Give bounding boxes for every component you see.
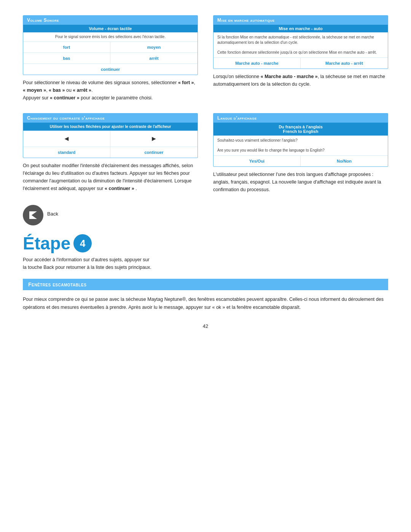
contraste-continuer[interactable]: continuer [110, 147, 198, 158]
fenetre-title: Fenêtres escamotables [23, 279, 388, 290]
contraste-btns: standard continuer [23, 147, 198, 158]
mise-panel: Mise en marche automatique Mise en march… [213, 15, 388, 69]
langue-desc1: Souhaitez-vous vraiment sélectionner l'a… [213, 136, 388, 145]
volume-continuer[interactable]: continuer [23, 64, 198, 75]
mise-arret[interactable]: Marche auto - arrêt [301, 58, 388, 69]
langue-col: Langue d'affichage Du français à l'angla… [213, 113, 388, 193]
contraste-title: Changement du contraste d'affichage [23, 113, 198, 123]
langue-desc2: Are you sure you would like to change th… [213, 145, 388, 155]
langue-panel: Langue d'affichage Du français à l'angla… [213, 113, 388, 167]
volume-fort[interactable]: fort [23, 42, 110, 53]
contraste-standard[interactable]: standard [23, 147, 110, 158]
back-section: Back [23, 205, 388, 225]
contraste-panel: Changement du contraste d'affichage Util… [23, 113, 198, 158]
volume-bas[interactable]: bas [23, 53, 110, 64]
mid-section: Changement du contraste d'affichage Util… [23, 113, 388, 193]
page-number: 42 [23, 323, 388, 329]
svg-marker-0 [29, 211, 37, 219]
langue-subtitle-en: French to English [283, 129, 319, 134]
fenetre-body: Pour mieux comprendre ce qui se passe av… [23, 296, 388, 312]
mise-subtitle: Mise en marche - auto [213, 25, 388, 32]
contraste-subtitle: Utiliser les touches fléchées pour ajust… [23, 123, 198, 131]
volume-col: Volume Sonore Volume - écran tactile Pou… [23, 15, 198, 102]
back-button[interactable] [23, 205, 43, 225]
arrow-left-icon[interactable]: ◄ [23, 131, 110, 147]
volume-subtitle: Volume - écran tactile [23, 25, 198, 32]
etape-section: Étape 4 Pour accéder à l'information sur… [23, 233, 388, 271]
volume-title: Volume Sonore [23, 16, 198, 25]
contraste-body: On peut souhaiter modifier l'intensité d… [23, 162, 198, 192]
volume-moyen[interactable]: moyen [110, 42, 198, 53]
etape-word: Étape [23, 233, 70, 254]
etape-title: Étape 4 [23, 233, 388, 254]
etape-number: 4 [73, 234, 92, 252]
back-arrow-icon [28, 210, 38, 220]
top-section: Volume Sonore Volume - écran tactile Pou… [23, 15, 388, 102]
mise-marche[interactable]: Marche auto - marche [213, 58, 301, 69]
volume-arret[interactable]: arrêt [110, 53, 198, 64]
langue-subtitle: Du français à l'anglais French to Englis… [213, 123, 388, 136]
langue-title: Langue d'affichage [213, 113, 388, 123]
contraste-body-text: On peut souhaiter modifier l'intensité d… [23, 163, 193, 191]
mise-title: Mise en marche automatique [213, 16, 388, 25]
mise-body-text: Lorsqu'on sélectionne « Marche auto - ma… [213, 74, 385, 87]
volume-body-text: Pour sélectionner le niveau de volume de… [23, 80, 195, 101]
contraste-col: Changement du contraste d'affichage Util… [23, 113, 198, 193]
mise-grid: Marche auto - marche Marche auto - arrêt [213, 58, 388, 69]
etape-desc: Pour accéder à l'information sur d'autre… [23, 256, 152, 271]
volume-grid: fort moyen bas arrêt continuer [23, 42, 198, 75]
back-label: Back [47, 211, 58, 217]
volume-panel: Volume Sonore Volume - écran tactile Pou… [23, 15, 198, 75]
volume-body: Pour sélectionner le niveau de volume de… [23, 79, 198, 102]
arrow-right-icon[interactable]: ► [110, 131, 198, 147]
langue-body: L'utilisateur peut sélectionner l'une de… [213, 171, 388, 193]
langue-subtitle-fr: Du français à l'anglais [279, 125, 323, 129]
langue-no[interactable]: No/Non [301, 156, 388, 166]
mise-desc2: Cette fonction demeure sélectionnée jusq… [213, 48, 388, 58]
langue-yes[interactable]: Yes/Oui [213, 156, 301, 166]
volume-desc: Pour le signal sonore émis lors des séle… [23, 32, 198, 42]
mise-body: Lorsqu'on sélectionne « Marche auto - ma… [213, 73, 388, 88]
langue-buttons: Yes/Oui No/Non [213, 155, 388, 166]
mise-col: Mise en marche automatique Mise en march… [213, 15, 388, 102]
fenetre-section: Fenêtres escamotables Pour mieux compren… [23, 279, 388, 312]
contraste-arrow-row: ◄ ► [23, 131, 198, 147]
mise-desc1: Si la fonction Mise en marche automatiqu… [213, 32, 388, 48]
